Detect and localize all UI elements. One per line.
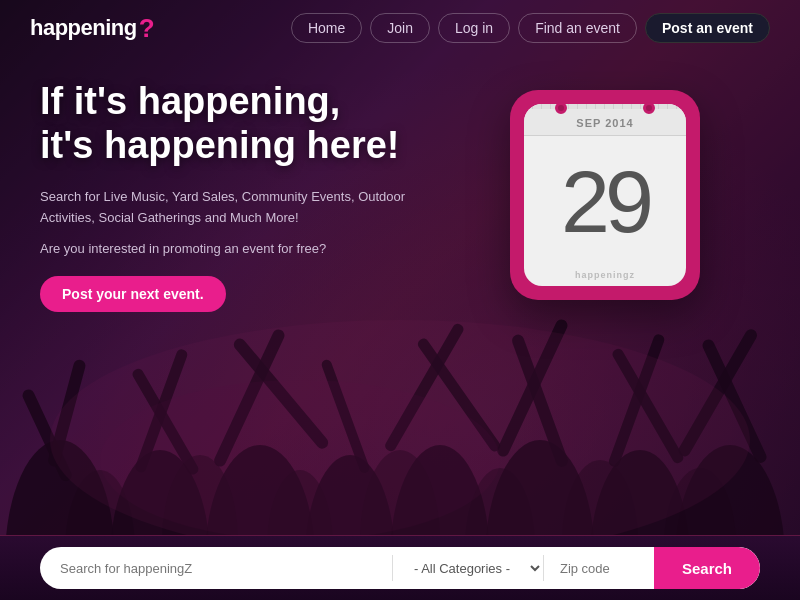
- nav-find-event[interactable]: Find an event: [518, 13, 637, 43]
- nav-home[interactable]: Home: [291, 13, 362, 43]
- calendar-header: SEP 2014: [524, 109, 686, 136]
- bottom-search-bar: - All Categories - Search: [0, 535, 800, 600]
- search-input[interactable]: [40, 561, 392, 576]
- hero-post-button[interactable]: Post your next event.: [40, 276, 226, 312]
- calendar-month: SEP 2014: [536, 117, 674, 129]
- hero-subtitle: Search for Live Music, Yard Sales, Commu…: [40, 187, 440, 229]
- hero-section: If it's happening,it's happening here! S…: [40, 80, 440, 312]
- zip-input[interactable]: [544, 561, 654, 576]
- hero-cta-text: Are you interested in promoting an event…: [40, 241, 440, 256]
- search-form: - All Categories - Search: [40, 547, 760, 589]
- nav-login[interactable]: Log in: [438, 13, 510, 43]
- category-select[interactable]: - All Categories -: [393, 560, 543, 577]
- calendar-body: 29: [524, 136, 686, 268]
- calendar-ring-left: [555, 102, 567, 114]
- calendar-widget: SEP 2014 29 happeningz: [510, 90, 700, 300]
- logo-text: happening: [30, 15, 137, 41]
- calendar-day: 29: [561, 158, 649, 246]
- calendar-ring-right: [643, 102, 655, 114]
- hero-title: If it's happening,it's happening here!: [40, 80, 440, 167]
- calendar-brand: happeningz: [524, 268, 686, 286]
- nav-post-event[interactable]: Post an event: [645, 13, 770, 43]
- logo[interactable]: happening ?: [30, 15, 155, 41]
- calendar-outer: SEP 2014 29 happeningz: [510, 90, 700, 300]
- search-button[interactable]: Search: [654, 547, 760, 589]
- navbar: happening ? Home Join Log in Find an eve…: [0, 0, 800, 55]
- nav-join[interactable]: Join: [370, 13, 430, 43]
- logo-mark: ?: [139, 15, 155, 41]
- calendar-inner: SEP 2014 29 happeningz: [524, 104, 686, 286]
- nav-links: Home Join Log in Find an event Post an e…: [291, 13, 770, 43]
